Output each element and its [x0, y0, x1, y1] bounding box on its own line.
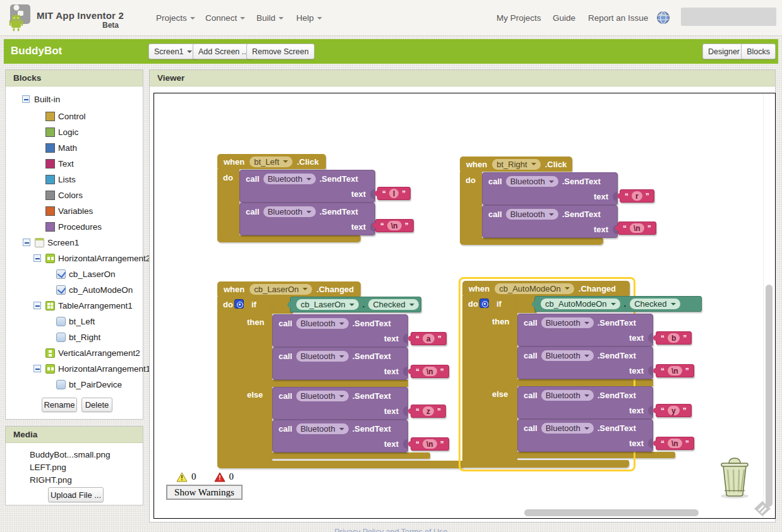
mutator-icon[interactable] — [479, 299, 489, 308]
tree-item-bt-right[interactable]: bt_Right — [56, 329, 100, 345]
collapse-icon[interactable] — [33, 302, 41, 309]
call-bluetooth-sendtext[interactable]: callBluetooth.SendText text — [517, 386, 653, 419]
screen-selector[interactable]: Screen1 — [148, 44, 198, 59]
menu-build[interactable]: Build — [256, 13, 284, 23]
call-bluetooth-sendtext[interactable]: callBluetooth.SendText text — [482, 205, 618, 238]
text-string-block[interactable]: “y” — [656, 404, 692, 417]
component-dropdown[interactable]: cb_LaserOn — [296, 299, 359, 310]
show-warnings-button[interactable]: Show Warnings — [166, 485, 243, 500]
designer-button[interactable]: Designer — [702, 44, 745, 59]
call-bluetooth-sendtext[interactable]: callBluetooth.SendText text — [239, 170, 375, 203]
call-bluetooth-sendtext[interactable]: callBluetooth.SendText text — [482, 172, 618, 205]
call-bluetooth-sendtext[interactable]: callBluetooth.SendText text — [272, 387, 408, 420]
menu-projects[interactable]: Projects — [156, 13, 195, 23]
call-bluetooth-sendtext[interactable]: callBluetooth.SendText text — [272, 314, 408, 347]
tree-item-variables[interactable]: Variables — [45, 203, 93, 218]
tree-item-text[interactable]: Text — [45, 156, 74, 171]
language-globe-icon[interactable] — [657, 11, 670, 24]
text-string-block[interactable]: “b” — [656, 331, 692, 345]
menu-help[interactable]: Help — [296, 13, 322, 23]
component-dropdown[interactable]: cb_LaserOn — [250, 284, 312, 295]
text-string-block[interactable]: “z” — [411, 405, 446, 418]
tree-item-colors[interactable]: Colors — [45, 187, 83, 203]
tree-item-lists[interactable]: Lists — [45, 172, 76, 187]
call-bluetooth-sendtext[interactable]: callBluetooth.SendText text — [272, 347, 408, 380]
property-dropdown[interactable]: Checked — [368, 299, 418, 310]
property-dropdown[interactable]: Checked — [630, 299, 680, 309]
tree-item-logic[interactable]: Logic — [45, 124, 78, 139]
checked-property-block[interactable]: cb_AutoModeOn . Checked — [534, 296, 702, 312]
mutator-icon[interactable] — [234, 299, 244, 309]
tree-item-verticalarrangement2[interactable]: VerticalArrangement2 — [45, 345, 140, 360]
text-string-block[interactable]: “\n” — [656, 364, 694, 377]
collapse-icon[interactable] — [22, 95, 30, 103]
text-string-block[interactable]: “a” — [411, 332, 447, 345]
rename-button[interactable]: Rename — [42, 398, 77, 412]
footer-links[interactable]: Privacy Policy and Terms of Use — [0, 528, 782, 532]
vertical-scrollbar-thumb[interactable] — [766, 285, 773, 507]
tree-item-cb-automodeon[interactable]: cb_AutoModeOn — [56, 282, 133, 297]
component-dropdown[interactable]: bt_Right — [492, 159, 540, 170]
trash-can-icon[interactable] — [715, 454, 754, 500]
tree-item-horizontalarrangement2[interactable]: HorizontalArrangement2 — [33, 251, 150, 266]
tree-item-bt-pairdevice[interactable]: bt_PairDevice — [56, 377, 122, 392]
text-string-block[interactable]: “\n” — [656, 437, 694, 450]
collapse-icon[interactable] — [23, 239, 30, 246]
component-dropdown[interactable]: Bluetooth — [541, 350, 594, 361]
tree-item-math[interactable]: Math — [45, 140, 77, 155]
account-email-redacted[interactable] — [681, 8, 776, 26]
tree-item-builtin[interactable]: Built-in — [22, 92, 60, 107]
collapse-icon[interactable] — [33, 254, 41, 262]
component-dropdown[interactable]: bt_Left — [250, 157, 292, 167]
component-dropdown[interactable]: Bluetooth — [296, 423, 349, 434]
component-dropdown[interactable]: Bluetooth — [541, 317, 594, 328]
text-string-block[interactable]: “l” — [377, 187, 411, 200]
menu-connect[interactable]: Connect — [205, 13, 245, 23]
component-dropdown[interactable]: Bluetooth — [506, 176, 558, 187]
tree-item-horizontalarrangement1[interactable]: HorizontalArrangement1 — [33, 361, 150, 376]
tree-item-tablearrangement1[interactable]: TableArrangement1 — [33, 298, 133, 313]
call-bluetooth-sendtext[interactable]: callBluetooth.SendText text — [517, 346, 653, 379]
resize-grip-icon[interactable] — [754, 500, 771, 517]
text-string-block[interactable]: “\n” — [618, 222, 656, 235]
media-file[interactable]: BuddyBot...small.png — [30, 450, 111, 459]
blocks-button[interactable]: Blocks — [741, 44, 776, 59]
delete-button[interactable]: Delete — [81, 398, 112, 412]
component-dropdown[interactable]: Bluetooth — [296, 318, 349, 329]
component-dropdown[interactable]: Bluetooth — [296, 351, 349, 362]
component-dropdown[interactable]: Bluetooth — [263, 174, 316, 184]
component-dropdown[interactable]: Bluetooth — [541, 423, 594, 434]
collapse-icon[interactable] — [33, 365, 41, 372]
remove-screen-button[interactable]: Remove Screen — [246, 44, 315, 59]
component-dropdown[interactable]: Bluetooth — [263, 206, 316, 217]
checked-property-block[interactable]: cb_LaserOn . Checked — [290, 297, 421, 312]
upload-file-button[interactable]: Upload File ... — [48, 487, 104, 502]
link-guide[interactable]: Guide — [553, 13, 575, 23]
component-dropdown[interactable]: Bluetooth — [506, 209, 558, 220]
text-string-block[interactable]: “r” — [620, 189, 654, 203]
vertical-scrollbar-track[interactable] — [763, 93, 764, 518]
horizontal-scrollbar-thumb[interactable] — [524, 509, 699, 516]
tree-item-procedures[interactable]: Procedures — [45, 219, 102, 234]
media-file[interactable]: LEFT.png — [30, 463, 66, 472]
text-string-block[interactable]: “\n” — [411, 437, 449, 451]
component-dropdown[interactable]: cb_AutoModeOn — [541, 299, 620, 309]
blocks-canvas[interactable]: when bt_Left .Click do callBluetooth.Sen… — [153, 93, 776, 519]
tree-item-cb-laseron[interactable]: cb_LaserOn — [56, 266, 116, 281]
tree-item-screen1[interactable]: Screen1 — [23, 235, 79, 250]
call-bluetooth-sendtext[interactable]: callBluetooth.SendText text — [239, 203, 375, 235]
text-string-block[interactable]: “\n” — [411, 365, 449, 378]
call-bluetooth-sendtext[interactable]: callBluetooth.SendText text — [517, 419, 653, 452]
viewer-panel: Viewer when bt_Left .Click do callBlueto… — [149, 69, 776, 523]
tree-item-bt-left[interactable]: bt_Left — [56, 314, 95, 329]
media-file[interactable]: RIGHT.png — [30, 475, 72, 485]
tree-item-control[interactable]: Control — [45, 109, 86, 124]
call-bluetooth-sendtext[interactable]: callBluetooth.SendText text — [272, 420, 408, 452]
link-report-issue[interactable]: Report an Issue — [588, 13, 648, 23]
text-string-block[interactable]: “\n” — [375, 219, 414, 232]
add-screen-button[interactable]: Add Screen ... — [193, 44, 254, 59]
link-my-projects[interactable]: My Projects — [496, 13, 541, 23]
component-dropdown[interactable]: Bluetooth — [296, 391, 349, 401]
component-dropdown[interactable]: Bluetooth — [541, 390, 594, 401]
call-bluetooth-sendtext[interactable]: callBluetooth.SendText text — [517, 314, 653, 346]
